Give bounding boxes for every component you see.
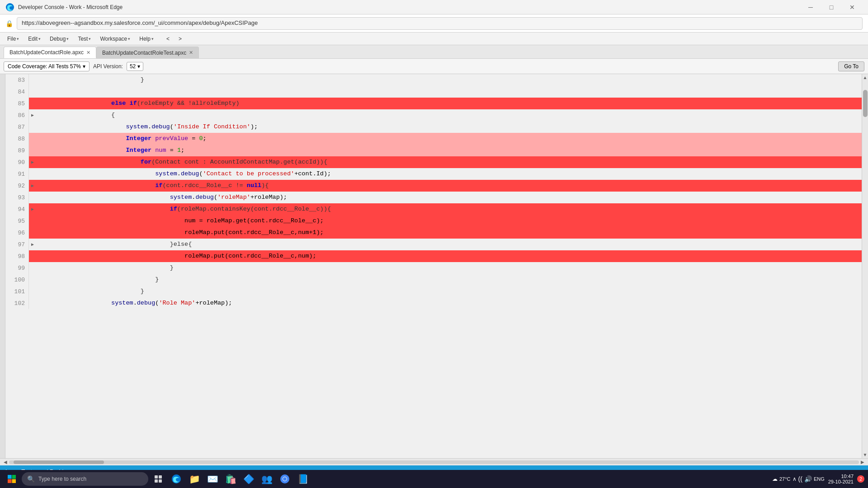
horizontal-scrollbar[interactable]: ◀ ▶ xyxy=(0,458,868,465)
table-row: 86 ▶ { xyxy=(5,109,862,121)
line-number: 102 xyxy=(5,297,29,309)
edge-browser-icon xyxy=(5,3,14,12)
taskbar-explorer[interactable]: 📁 xyxy=(186,471,203,487)
fold-icon[interactable]: ▶ xyxy=(29,109,36,121)
fold-icon[interactable] xyxy=(29,145,36,156)
fold-icon[interactable] xyxy=(29,86,36,98)
scroll-down-arrow[interactable]: ▼ xyxy=(862,451,868,458)
api-version-select[interactable]: 52 ▾ xyxy=(127,62,143,71)
svg-rect-8 xyxy=(159,479,162,483)
fold-icon[interactable]: ▶ xyxy=(29,156,36,168)
scroll-track[interactable] xyxy=(9,460,859,464)
svg-point-12 xyxy=(283,477,287,481)
taskbar-chrome[interactable] xyxy=(277,471,293,487)
line-content: { xyxy=(36,109,862,121)
taskbar-teams[interactable]: 👥 xyxy=(259,471,275,487)
line-number: 101 xyxy=(5,286,29,297)
nav-forward-button[interactable]: > xyxy=(175,35,185,43)
url-input[interactable]: https://abovegreen--agsandbox.my.salesfo… xyxy=(17,17,863,30)
line-content: Integer prevValue = 0; xyxy=(36,133,862,145)
api-version-label: API Version: xyxy=(93,63,123,70)
fold-icon[interactable] xyxy=(29,121,36,133)
edit-menu-arrow: ▾ xyxy=(38,37,41,41)
line-content: if(cont.rdcc__Role__c != null){ xyxy=(36,180,862,192)
line-number: 89 xyxy=(5,145,29,156)
line-content: } xyxy=(36,286,862,297)
table-row: 99 } xyxy=(5,262,862,274)
fold-icon[interactable] xyxy=(29,286,36,297)
fold-icon[interactable]: ▶ xyxy=(29,203,36,215)
tab-close-0[interactable]: ✕ xyxy=(86,50,90,56)
menu-edit[interactable]: Edit ▾ xyxy=(24,35,44,43)
tab-batchupdatecontactroletest[interactable]: BatchUpdateContactRoleTest.apxc ✕ xyxy=(96,47,199,58)
scroll-up-arrow[interactable]: ▲ xyxy=(862,74,868,81)
taskbar-app1[interactable]: 🔷 xyxy=(241,471,257,487)
menu-file[interactable]: File ▾ xyxy=(4,35,23,43)
menu-debug[interactable]: Debug ▾ xyxy=(46,35,72,43)
fold-icon[interactable] xyxy=(29,74,36,86)
line-number: 98 xyxy=(5,250,29,262)
fold-icon[interactable] xyxy=(29,192,36,203)
fold-icon[interactable] xyxy=(29,297,36,309)
menu-workspace[interactable]: Workspace ▾ xyxy=(96,35,134,43)
line-number: 86 xyxy=(5,109,29,121)
table-row: 94 ▶ if(roleMap.containsKey(cont.rdcc__R… xyxy=(5,203,862,215)
scroll-right-arrow[interactable]: ▶ xyxy=(859,460,866,465)
scroll-left-arrow[interactable]: ◀ xyxy=(2,460,9,465)
vertical-scrollbar[interactable]: ▲ ▼ xyxy=(862,74,868,458)
window-controls: ─ □ ✕ xyxy=(800,0,863,14)
fold-icon[interactable] xyxy=(29,215,36,227)
taskbar-store[interactable]: 🛍️ xyxy=(222,471,239,487)
search-icon: 🔍 xyxy=(27,475,35,483)
start-button[interactable] xyxy=(4,471,20,487)
line-number: 93 xyxy=(5,192,29,203)
menu-test[interactable]: Test ▾ xyxy=(74,35,94,43)
test-menu-arrow: ▾ xyxy=(89,37,91,41)
fold-icon[interactable] xyxy=(29,274,36,286)
line-content: system.debug('Role Map'+roleMap); xyxy=(36,297,862,309)
tab-close-1[interactable]: ✕ xyxy=(189,50,193,56)
menu-bar: File ▾ Edit ▾ Debug ▾ Test ▾ Workspace ▾… xyxy=(0,33,868,45)
left-scrollbar[interactable] xyxy=(0,74,5,458)
fold-icon[interactable] xyxy=(29,133,36,145)
title-bar-left: Developer Console - Work - Microsoft Edg… xyxy=(5,3,123,12)
fold-icon[interactable]: ▶ xyxy=(29,239,36,250)
line-number: 90 xyxy=(5,156,29,168)
line-content: system.debug('Inside If Condition'); xyxy=(36,121,862,133)
table-row: 98 roleMap.put(cont.rdcc__Role__c,num); xyxy=(5,250,862,262)
fold-icon[interactable] xyxy=(29,262,36,274)
scroll-thumb[interactable] xyxy=(863,90,868,117)
line-number: 91 xyxy=(5,168,29,180)
close-button[interactable]: ✕ xyxy=(842,0,863,14)
fold-icon[interactable] xyxy=(29,168,36,180)
taskbar-app2[interactable]: 📘 xyxy=(295,471,311,487)
table-row: 88 Integer prevValue = 0; xyxy=(5,133,862,145)
nav-back-button[interactable]: < xyxy=(163,35,173,43)
taskbar-search[interactable]: 🔍 Type here to search xyxy=(22,472,148,486)
volume-icon: 🔊 xyxy=(804,475,812,483)
fold-icon[interactable] xyxy=(29,227,36,239)
code-editor[interactable]: 83 } 84 85 else if(roleEmpty && !allrole… xyxy=(5,74,862,458)
line-content: roleMap.put(cont.rdcc__Role__c,num+1); xyxy=(36,227,862,239)
fold-icon[interactable]: ▶ xyxy=(29,180,36,192)
minimize-button[interactable]: ─ xyxy=(800,0,821,14)
menu-help[interactable]: Help ▾ xyxy=(136,35,157,43)
table-row: 89 Integer num = 1; xyxy=(5,145,862,156)
scroll-thumb-h[interactable] xyxy=(14,460,104,464)
line-number: 97 xyxy=(5,239,29,250)
coverage-dropdown-arrow: ▾ xyxy=(83,63,85,70)
line-content: roleMap.put(cont.rdcc__Role__c,num); xyxy=(36,250,862,262)
svg-rect-1 xyxy=(8,475,12,479)
code-coverage-button[interactable]: Code Coverage: All Tests 57% ▾ xyxy=(4,61,90,71)
table-row: 97 ▶ }else{ xyxy=(5,239,862,250)
fold-icon[interactable] xyxy=(29,98,36,109)
maximize-button[interactable]: □ xyxy=(821,0,842,14)
fold-icon[interactable] xyxy=(29,250,36,262)
notification-badge[interactable]: 2 xyxy=(857,475,864,483)
tab-batchupdatecontactrole[interactable]: BatchUpdateContactRole.apxc ✕ xyxy=(4,47,96,58)
line-number: 99 xyxy=(5,262,29,274)
taskbar-edge[interactable] xyxy=(168,471,184,487)
taskbar-task-view[interactable] xyxy=(150,471,166,487)
goto-button[interactable]: Go To xyxy=(838,61,864,71)
taskbar-mail[interactable]: ✉️ xyxy=(204,471,221,487)
